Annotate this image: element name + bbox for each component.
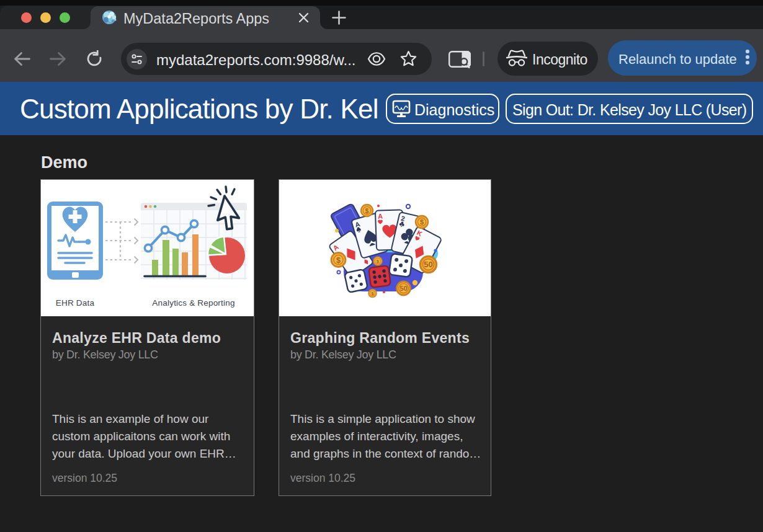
svg-text:Analytics & Reporting: Analytics & Reporting	[152, 298, 234, 308]
svg-text:A: A	[378, 212, 383, 219]
svg-text:EHR Data: EHR Data	[56, 298, 95, 308]
